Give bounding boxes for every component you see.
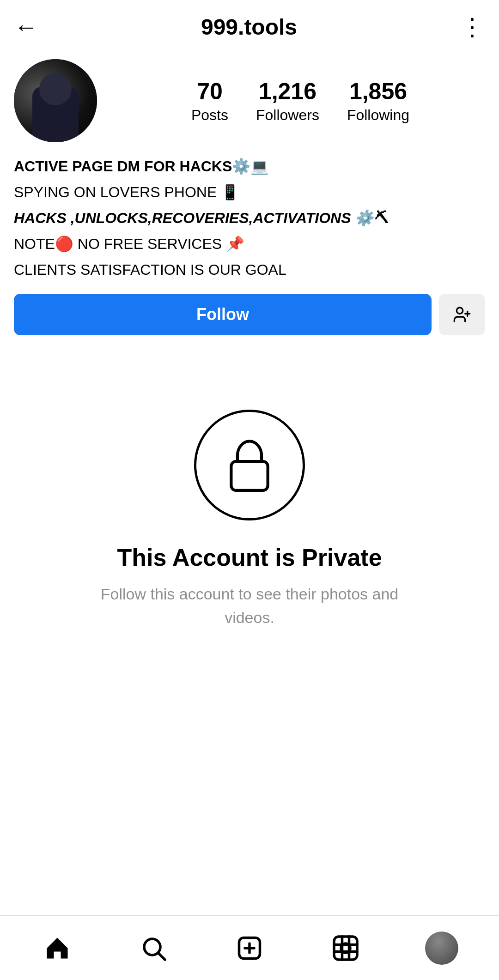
add-friend-icon [453, 305, 471, 324]
add-friend-button[interactable] [439, 294, 485, 335]
more-button[interactable]: ⋮ [460, 13, 485, 41]
private-title: This Account is Private [117, 544, 382, 571]
bio-section: ACTIVE PAGE DM FOR HACKS⚙️💻 SPYING ON LO… [14, 155, 485, 281]
lock-circle [194, 410, 305, 520]
back-button[interactable]: ← [14, 15, 38, 39]
following-label: Following [347, 107, 409, 124]
bio-line-3: HACKS ,UNLOCKS,RECOVERIES,ACTIVATIONS ⚙️… [14, 207, 485, 229]
nav-search[interactable] [126, 930, 181, 967]
followers-label: Followers [256, 107, 319, 124]
following-count: 1,856 [349, 78, 407, 105]
private-account-section: This Account is Private Follow this acco… [0, 373, 499, 657]
avatar[interactable] [14, 59, 97, 142]
svg-rect-3 [231, 461, 268, 490]
profile-section: 70 Posts 1,216 Followers 1,856 Following… [0, 50, 499, 335]
followers-count: 1,216 [259, 78, 316, 105]
followers-stat[interactable]: 1,216 Followers [256, 78, 319, 124]
profile-header: 70 Posts 1,216 Followers 1,856 Following [14, 59, 485, 142]
search-icon [140, 934, 167, 962]
page-title: 999.tools [201, 14, 297, 40]
bio-line-4: NOTE🔴 NO FREE SERVICES 📌 [14, 233, 485, 255]
section-divider [0, 354, 499, 354]
svg-rect-9 [334, 937, 357, 960]
profile-avatar [425, 932, 458, 965]
follow-button[interactable]: Follow [14, 294, 432, 335]
posts-count: 70 [197, 78, 223, 105]
home-icon [43, 934, 71, 962]
posts-stat[interactable]: 70 Posts [191, 78, 228, 124]
top-nav: ← 999.tools ⋮ [0, 0, 499, 50]
action-buttons: Follow [14, 294, 485, 335]
lock-icon [224, 437, 275, 493]
bio-line-2: SPYING ON LOVERS PHONE 📱 [14, 181, 485, 203]
posts-label: Posts [191, 107, 228, 124]
stats-row: 70 Posts 1,216 Followers 1,856 Following [116, 78, 485, 124]
create-icon [236, 934, 263, 962]
nav-reels[interactable] [318, 930, 373, 967]
reels-icon [332, 934, 359, 962]
bio-line-1: ACTIVE PAGE DM FOR HACKS⚙️💻 [14, 155, 485, 177]
following-stat[interactable]: 1,856 Following [347, 78, 409, 124]
svg-point-0 [456, 308, 462, 314]
bio-line-5: CLIENTS SATISFACTION IS OUR GOAL [14, 259, 485, 281]
nav-create[interactable] [222, 930, 277, 967]
nav-home[interactable] [30, 930, 85, 967]
private-description: Follow this account to see their photos … [92, 582, 407, 629]
svg-line-5 [158, 953, 165, 960]
bottom-nav [0, 915, 499, 980]
nav-profile[interactable] [414, 930, 469, 967]
